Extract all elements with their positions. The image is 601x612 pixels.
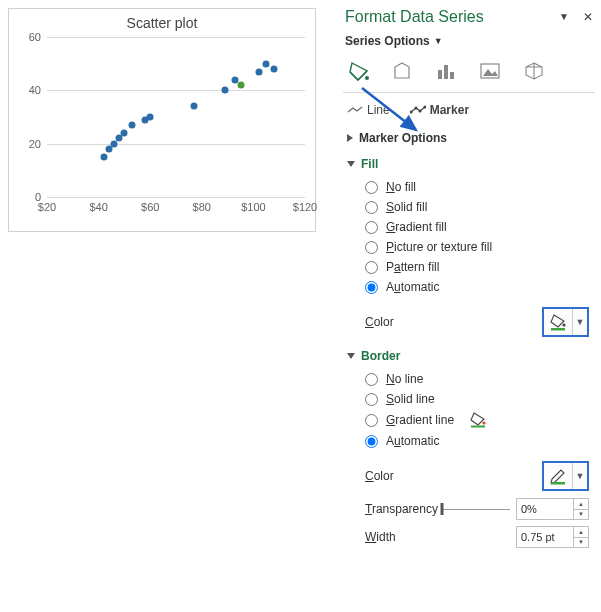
paint-bucket-icon	[544, 313, 572, 331]
series-options-category-icon[interactable]	[435, 60, 457, 82]
fill-gradient[interactable]: Gradient fill	[365, 217, 591, 237]
data-point[interactable]	[100, 154, 107, 161]
transparency-spinner[interactable]: ▲▼	[516, 498, 589, 520]
data-point[interactable]	[255, 68, 262, 75]
svg-point-7	[418, 109, 421, 112]
tab-marker[interactable]: Marker	[410, 103, 469, 117]
border-title: Border	[361, 349, 400, 363]
expand-right-icon	[347, 134, 353, 142]
fill-picture[interactable]: Picture or texture fill	[365, 237, 591, 257]
svg-rect-12	[471, 426, 485, 428]
border-options: No line Solid line Gradient line Automat…	[347, 367, 591, 457]
data-point[interactable]	[129, 122, 136, 129]
spinner-up-icon[interactable]: ▲	[574, 527, 588, 538]
format-data-series-pane: Format Data Series ▼ ✕ Series Options ▼ …	[343, 6, 595, 606]
y-axis: 0204060	[9, 37, 45, 197]
effects-category-icon[interactable]	[391, 60, 413, 82]
x-tick-label: $100	[241, 201, 265, 213]
marker-options-label: Marker Options	[359, 131, 447, 145]
svg-point-0	[365, 76, 369, 80]
fill-line-category-icon[interactable]	[347, 60, 369, 82]
series-options-dropdown[interactable]: Series Options ▼	[345, 34, 593, 48]
x-tick-label: $40	[89, 201, 107, 213]
line-marker-tabs: Line Marker	[343, 93, 595, 125]
spinner-up-icon[interactable]: ▲	[574, 499, 588, 510]
tab-line-label: Line	[367, 103, 390, 117]
data-point[interactable]	[271, 66, 278, 73]
y-tick-label: 40	[29, 84, 41, 96]
transparency-slider[interactable]	[442, 509, 510, 510]
width-input[interactable]	[517, 527, 573, 547]
tab-line[interactable]: Line	[347, 103, 390, 117]
fill-color-button[interactable]: ▼	[542, 307, 589, 337]
width-spinner[interactable]: ▲▼	[516, 526, 589, 548]
chevron-down-icon: ▼	[572, 309, 587, 335]
x-tick-label: $20	[38, 201, 56, 213]
x-tick-label: $80	[193, 201, 211, 213]
marker-tab-icon	[410, 105, 426, 115]
svg-rect-2	[444, 65, 448, 79]
taskpane-options-icon[interactable]: ▼	[559, 12, 569, 22]
data-point[interactable]	[147, 114, 154, 121]
data-point[interactable]	[222, 87, 229, 94]
border-automatic[interactable]: Automatic	[365, 431, 591, 451]
plot-area[interactable]	[47, 37, 305, 197]
x-tick-label: $60	[141, 201, 159, 213]
picture-category-icon[interactable]	[479, 60, 501, 82]
line-tab-icon	[347, 105, 363, 115]
border-solid[interactable]: Solid line	[365, 389, 591, 409]
svg-point-9	[562, 323, 565, 326]
spinner-down-icon[interactable]: ▼	[574, 538, 588, 548]
3d-category-icon[interactable]	[523, 60, 545, 82]
scatter-chart-card: Scatter plot 0204060 $20$40$60$80$100$12…	[8, 8, 316, 232]
pen-icon	[544, 467, 572, 485]
svg-point-11	[482, 421, 485, 424]
fill-pattern[interactable]: Pattern fill	[365, 257, 591, 277]
x-tick-label: $120	[293, 201, 317, 213]
border-gradient[interactable]: Gradient line	[365, 409, 591, 431]
close-icon[interactable]: ✕	[583, 11, 593, 23]
transparency-input[interactable]	[517, 499, 573, 519]
y-tick-label: 20	[29, 138, 41, 150]
border-no-line[interactable]: No line	[365, 369, 591, 389]
fill-no-fill[interactable]: No fill	[365, 177, 591, 197]
marker-options-header[interactable]: Marker Options	[347, 127, 591, 149]
border-color-label: Color	[365, 469, 394, 483]
pane-header: Format Data Series ▼ ✕	[343, 6, 595, 32]
fill-automatic[interactable]: Automatic	[365, 277, 591, 297]
svg-rect-10	[551, 328, 565, 331]
fill-title: Fill	[361, 157, 378, 171]
category-tabs	[343, 58, 595, 93]
svg-rect-1	[438, 70, 442, 79]
gradient-swatch-icon	[468, 412, 488, 428]
fill-options: No fill Solid fill Gradient fill Picture…	[347, 175, 591, 303]
chevron-down-icon: ▼	[434, 36, 443, 46]
svg-rect-3	[450, 72, 454, 79]
series-options-label: Series Options	[345, 34, 430, 48]
data-point[interactable]	[121, 130, 128, 137]
fill-solid[interactable]: Solid fill	[365, 197, 591, 217]
chart-title: Scatter plot	[9, 9, 315, 31]
width-label: Width	[365, 530, 396, 544]
chevron-down-icon: ▼	[572, 463, 587, 489]
pane-title: Format Data Series	[345, 8, 484, 26]
svg-rect-13	[551, 482, 565, 485]
spinner-down-icon[interactable]: ▼	[574, 510, 588, 520]
data-point[interactable]	[237, 82, 244, 89]
transparency-label: Transparency	[365, 502, 438, 516]
x-axis: $20$40$60$80$100$120	[47, 199, 305, 219]
fill-color-label: Color	[365, 315, 394, 329]
data-point[interactable]	[263, 60, 270, 67]
expand-down-icon	[347, 353, 355, 359]
tab-marker-label: Marker	[430, 103, 469, 117]
border-header[interactable]: Border	[347, 345, 591, 367]
data-point[interactable]	[191, 103, 198, 110]
border-color-button[interactable]: ▼	[542, 461, 589, 491]
y-tick-label: 60	[29, 31, 41, 43]
expand-down-icon	[347, 161, 355, 167]
svg-point-6	[414, 106, 417, 109]
fill-header[interactable]: Fill	[347, 153, 591, 175]
